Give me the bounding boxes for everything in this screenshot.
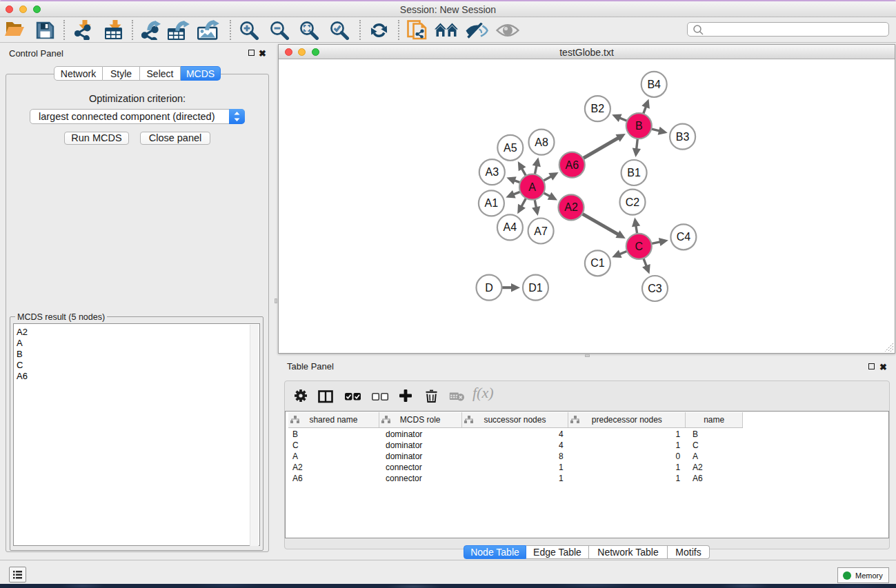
svg-text:A6: A6 [566,159,579,171]
svg-text:A2: A2 [564,201,578,213]
svg-text:A4: A4 [504,221,517,233]
svg-text:D1: D1 [528,282,543,294]
svg-text:B3: B3 [676,131,690,143]
svg-text:C3: C3 [648,283,662,294]
svg-text:B: B [635,120,643,132]
svg-text:C1: C1 [590,257,605,269]
svg-text:A5: A5 [504,142,517,154]
svg-text:A7: A7 [534,225,548,237]
svg-text:A: A [528,181,536,193]
svg-text:A1: A1 [485,197,499,209]
svg-text:A3: A3 [486,166,499,178]
svg-text:B4: B4 [647,79,661,90]
svg-text:C: C [635,241,644,252]
svg-text:B2: B2 [591,103,605,114]
svg-text:D: D [485,282,493,294]
svg-text:C4: C4 [677,231,691,243]
svg-text:C2: C2 [626,196,640,208]
svg-text:B1: B1 [627,167,641,179]
svg-text:A8: A8 [535,136,548,148]
